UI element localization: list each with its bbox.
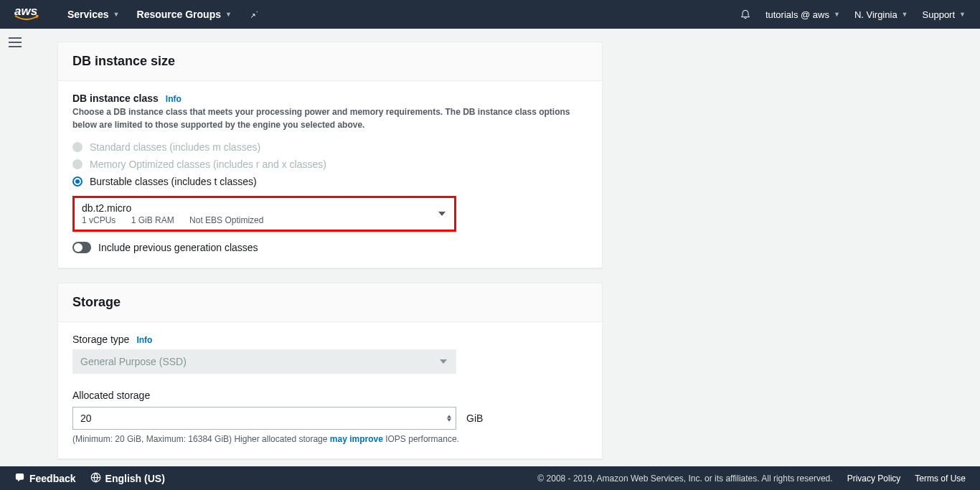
- instance-class-value: db.t2.micro: [82, 202, 433, 214]
- include-prev-gen-toggle[interactable]: [72, 242, 91, 253]
- nav-account-label: tutorials @ aws: [765, 9, 829, 20]
- allocated-storage-unit: GiB: [466, 413, 483, 424]
- number-spinner[interactable]: [447, 415, 451, 422]
- footer-privacy[interactable]: Privacy Policy: [847, 473, 901, 484]
- caret-down-icon: [438, 212, 446, 216]
- allocated-storage-value: 20: [80, 413, 92, 424]
- info-link[interactable]: Info: [136, 335, 152, 345]
- spec-ebs: Not EBS Optimized: [189, 215, 263, 225]
- footer: Feedback English (US) © 2008 - 2019, Ama…: [0, 466, 980, 490]
- nav-resource-groups[interactable]: Resource Groups ▼: [137, 9, 232, 20]
- storage-type-select: General Purpose (SSD): [72, 349, 456, 374]
- card-header: Storage: [58, 283, 602, 322]
- db-instance-class-label: DB instance class: [72, 93, 159, 104]
- caret-down-icon: [440, 359, 447, 364]
- radio-standard-classes: Standard classes (includes m classes): [72, 138, 588, 156]
- allocated-storage-hint: (Minimum: 20 GiB, Maximum: 16384 GiB) Hi…: [72, 434, 588, 444]
- radio-icon: [72, 159, 83, 169]
- main-content: DB instance size DB instance class Info …: [29, 29, 980, 466]
- card-db-instance-size: DB instance size DB instance class Info …: [57, 42, 603, 268]
- radio-memory-optimized: Memory Optimized classes (includes r and…: [72, 156, 588, 173]
- nav-support[interactable]: Support ▼: [923, 9, 966, 20]
- chat-icon: [14, 472, 25, 485]
- nav-region[interactable]: N. Virginia ▼: [854, 9, 908, 20]
- nav-resource-groups-label: Resource Groups: [137, 9, 221, 20]
- globe-icon: [90, 472, 101, 485]
- footer-terms[interactable]: Terms of Use: [915, 473, 966, 484]
- db-instance-class-desc: Choose a DB instance class that meets yo…: [72, 105, 575, 131]
- card-title: DB instance size: [72, 54, 588, 69]
- spinner-down-icon: [447, 419, 451, 422]
- chevron-down-icon: ▼: [225, 11, 232, 18]
- spinner-up-icon: [447, 415, 451, 418]
- chevron-down-icon: ▼: [959, 11, 966, 18]
- footer-feedback-label: Feedback: [29, 473, 76, 484]
- footer-language-label: English (US): [105, 473, 165, 484]
- sidebar-toggle[interactable]: [9, 37, 22, 47]
- nav-support-label: Support: [923, 9, 956, 20]
- bell-icon: [740, 8, 751, 22]
- chevron-down-icon: ▼: [902, 11, 908, 18]
- storage-type-label: Storage type: [72, 334, 129, 345]
- nav-services[interactable]: Services ▼: [67, 9, 120, 20]
- spec-vcpu: 1 vCPUs: [82, 215, 116, 225]
- spec-ram: 1 GiB RAM: [131, 215, 174, 225]
- instance-class-select[interactable]: db.t2.micro 1 vCPUs 1 GiB RAM Not EBS Op…: [72, 196, 456, 232]
- allocated-storage-input[interactable]: 20: [72, 407, 456, 430]
- instance-class-specs: 1 vCPUs 1 GiB RAM Not EBS Optimized: [82, 215, 433, 225]
- storage-type-value: General Purpose (SSD): [80, 356, 434, 367]
- card-header: DB instance size: [58, 42, 602, 81]
- card-title: Storage: [72, 295, 588, 310]
- radio-burstable-classes[interactable]: Burstable classes (includes t classes): [72, 173, 588, 190]
- chevron-down-icon: ▼: [113, 11, 120, 18]
- info-link[interactable]: Info: [166, 94, 182, 104]
- chevron-down-icon: ▼: [834, 11, 840, 18]
- allocated-storage-label: Allocated storage: [72, 390, 150, 401]
- nav-notifications[interactable]: [740, 8, 751, 22]
- may-improve-link[interactable]: may improve: [330, 434, 383, 444]
- nav-pin[interactable]: [249, 9, 259, 21]
- nav-region-label: N. Virginia: [854, 9, 897, 20]
- radio-icon: [72, 176, 83, 187]
- radio-label: Memory Optimized classes (includes r and…: [90, 159, 326, 170]
- include-prev-gen-label: Include previous generation classes: [98, 242, 258, 253]
- card-storage: Storage Storage type Info General Purpos…: [57, 283, 603, 459]
- footer-copyright: © 2008 - 2019, Amazon Web Services, Inc.…: [537, 473, 832, 484]
- radio-label: Standard classes (includes m classes): [90, 141, 260, 153]
- nav-services-label: Services: [67, 9, 109, 20]
- footer-feedback[interactable]: Feedback: [14, 472, 76, 485]
- radio-label: Burstable classes (includes t classes): [90, 176, 257, 187]
- include-prev-gen-row: Include previous generation classes: [72, 242, 588, 253]
- nav-account[interactable]: tutorials @ aws ▼: [765, 9, 840, 20]
- pin-icon: [249, 9, 259, 21]
- footer-language[interactable]: English (US): [90, 472, 165, 485]
- aws-logo[interactable]: aws: [14, 7, 39, 22]
- radio-icon: [72, 142, 83, 152]
- top-nav: aws Services ▼ Resource Groups ▼ tutoria…: [0, 0, 980, 29]
